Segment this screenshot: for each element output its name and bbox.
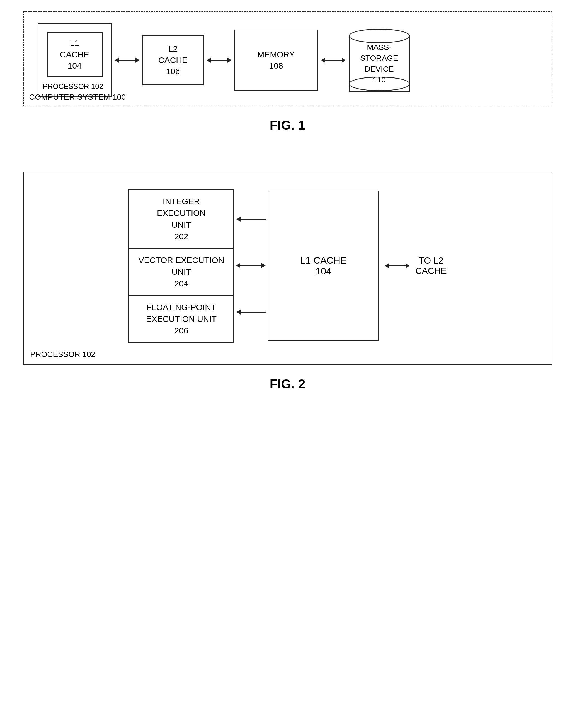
arrow-l2-mem (206, 58, 232, 63)
arrow-left-tip2 (206, 58, 211, 63)
l1-large-line1: L1 CACHE (300, 255, 346, 266)
cylinder-shape: MASS- STORAGE DEVICE 110 (349, 24, 410, 96)
arrow-vec-cache (236, 263, 266, 268)
fpu-line2: EXECUTION UNIT (146, 313, 216, 325)
ieu-line4: 202 (174, 231, 188, 242)
arrow-l2-left (385, 263, 389, 268)
veu-line2: UNIT (171, 266, 191, 278)
fig2-processor-label: PROCESSOR 102 (30, 350, 95, 359)
l1-large-line2: 104 (315, 266, 331, 277)
ieu-line1: INTEGER (163, 196, 200, 207)
arrow-right-tip (135, 58, 140, 63)
arrow-l2-shaft (389, 265, 406, 266)
fig1-section: L1 CACHE 104 PROCESSOR 102 L2 CACHE 106 … (23, 11, 552, 155)
execution-units-column: INTEGER EXECUTION UNIT 202 VECTOR EXECUT… (128, 189, 234, 342)
fig1-diagram: L1 CACHE 104 PROCESSOR 102 L2 CACHE 106 … (23, 11, 552, 106)
integer-execution-unit-box: INTEGER EXECUTION UNIT 202 (128, 189, 234, 249)
memory-line1: MEMORY (257, 49, 295, 61)
arrow-int-cache (236, 217, 266, 222)
fig2-caption: FIG. 2 (23, 376, 552, 391)
arrow-l1-to-l2 (385, 263, 410, 268)
arrow-shaft2 (211, 60, 228, 61)
arrow-l1-l2 (114, 58, 140, 63)
floating-point-unit-box: FLOATING-POINT EXECUTION UNIT 206 (128, 295, 234, 343)
arrow-shaft-vec (240, 265, 262, 266)
l1-cache-box: L1 CACHE 104 (47, 32, 103, 77)
l2-cache-box: L2 CACHE 106 (142, 35, 204, 85)
ieu-line2: EXECUTION (157, 207, 206, 219)
mass-storage-cylinder: MASS- STORAGE DEVICE 110 (349, 24, 410, 96)
fpu-line1: FLOATING-POINT (146, 302, 216, 313)
mass-storage-label: MASS- STORAGE DEVICE 110 (351, 41, 407, 85)
to-l2-label: TO L2 CACHE (415, 255, 446, 276)
arrow-tip-vec-r (262, 263, 266, 268)
vector-execution-unit-box: VECTOR EXECUTION UNIT 204 (128, 248, 234, 296)
fig2-section: INTEGER EXECUTION UNIT 202 VECTOR EXECUT… (23, 172, 552, 414)
arrow-shaft-int (240, 219, 266, 219)
fig2-diagram: INTEGER EXECUTION UNIT 202 VECTOR EXECUT… (23, 172, 552, 365)
arrow-shaft3 (325, 60, 342, 61)
l2-line1: L2 (168, 43, 177, 55)
arrow-right-tip2 (228, 58, 232, 63)
arrow-l2-right (406, 263, 410, 268)
fig2-inner: INTEGER EXECUTION UNIT 202 VECTOR EXECUT… (40, 189, 535, 342)
l1-cache-large-box: L1 CACHE 104 (268, 190, 379, 341)
fpu-line3: 206 (174, 325, 188, 337)
processor-label: PROCESSOR 102 (43, 82, 103, 91)
arrow-right-tip3 (342, 58, 346, 63)
ieu-line3: UNIT (171, 219, 191, 231)
l1-cache-label: L1 (70, 38, 79, 49)
processor-box: L1 CACHE 104 PROCESSOR 102 (38, 23, 112, 97)
arrows-exec-to-cache (234, 190, 268, 341)
veu-line3: 204 (174, 278, 188, 289)
arrow-tip-int (236, 217, 240, 222)
arrow-shaft (119, 60, 135, 61)
cylinder-body: MASS- STORAGE DEVICE 110 (349, 36, 410, 92)
memory-line2: 108 (269, 60, 283, 72)
arrow-shaft-fp (240, 312, 266, 313)
cylinder-top (349, 29, 410, 43)
l1-cache-label3: 104 (67, 60, 81, 72)
arrow-tip-fp (236, 310, 240, 315)
arrow-left-tip (114, 58, 119, 63)
arrow-tip-vec-l (236, 263, 240, 268)
veu-line1: VECTOR EXECUTION (138, 254, 224, 266)
l1-cache-label2: CACHE (60, 49, 89, 61)
l2-line2: CACHE (158, 55, 188, 66)
memory-box: MEMORY 108 (234, 30, 318, 91)
arrow-mem-storage (321, 58, 346, 63)
arrow-left-tip3 (321, 58, 325, 63)
l2-line3: 106 (166, 66, 180, 77)
arrow-fp-cache (236, 310, 266, 315)
fig1-caption: FIG. 1 (23, 117, 552, 133)
computer-system-label: COMPUTER SYSTEM 100 (29, 93, 126, 102)
